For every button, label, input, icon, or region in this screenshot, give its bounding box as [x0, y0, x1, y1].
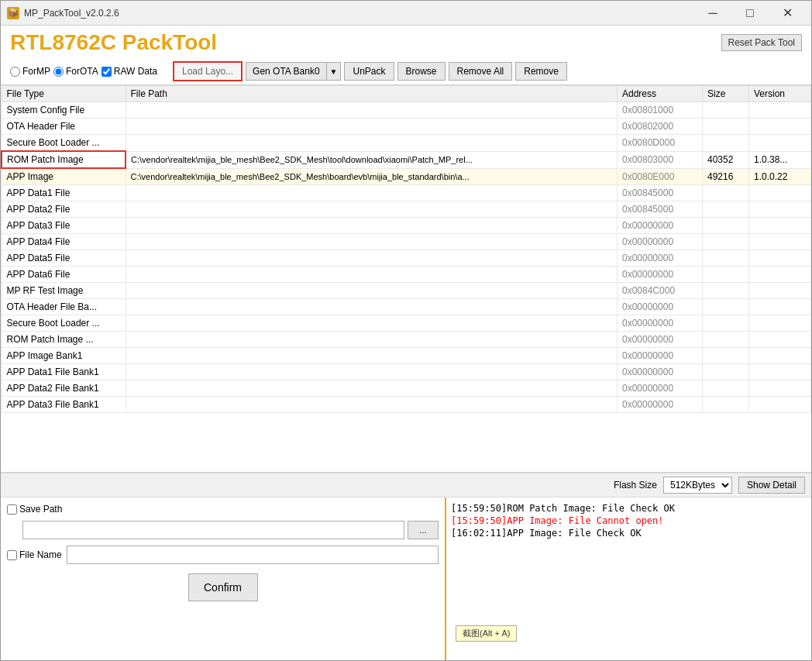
cell-address: 0x00000000: [618, 218, 703, 234]
title-bar-left: 📦 MP_PackTool_v2.0.2.6: [7, 7, 119, 19]
right-panel: [15:59:50]ROM Patch Image: File Check OK…: [446, 497, 811, 660]
cell-file-type: APP Data1 File: [2, 185, 126, 201]
table-row[interactable]: MP RF Test Image0x0084C000: [2, 283, 811, 299]
save-path-input-row: ...: [7, 521, 439, 539]
app-icon: 📦: [7, 7, 19, 19]
save-path-checkbox[interactable]: [7, 504, 17, 515]
gen-ota-dropdown[interactable]: ▼: [326, 62, 342, 81]
table-row[interactable]: Secure Boot Loader ...0x00000000: [2, 315, 811, 332]
cell-file-path: [126, 397, 618, 413]
file-table-container[interactable]: File Type File Path Address Size Version…: [1, 85, 811, 473]
cell-size: 49216: [703, 168, 749, 185]
raw-data-checkbox-label[interactable]: RAW Data: [102, 66, 157, 77]
table-row[interactable]: APP Data4 File0x00000000: [2, 234, 811, 250]
cell-version: [749, 102, 811, 119]
cell-version: [749, 119, 811, 135]
table-row[interactable]: System Config File0x00801000: [2, 102, 811, 119]
table-row[interactable]: APP Data2 File Bank10x00000000: [2, 380, 811, 397]
gen-ota-group: Gen OTA Bank0 ▼: [246, 62, 341, 81]
cell-file-path: [126, 348, 618, 364]
window-title: MP_PackTool_v2.0.2.6: [24, 8, 119, 19]
close-button[interactable]: ✕: [769, 2, 805, 24]
save-path-input[interactable]: [22, 521, 404, 539]
table-row[interactable]: ROM Patch Image ...0x00000000: [2, 332, 811, 348]
table-row[interactable]: Secure Boot Loader ...0x0080D000: [2, 135, 811, 152]
table-row[interactable]: ROM Patch ImageC:\vendor\realtek\mijia_b…: [2, 151, 811, 168]
table-row[interactable]: APP Data1 File0x00845000: [2, 185, 811, 201]
cell-address: 0x00000000: [618, 397, 703, 413]
file-name-input[interactable]: [67, 546, 439, 564]
cell-version: [749, 397, 811, 413]
col-header-address: Address: [618, 86, 703, 102]
table-row[interactable]: OTA Header File0x00802000: [2, 119, 811, 135]
title-bar: 📦 MP_PackTool_v2.0.2.6 ─ □ ✕: [1, 1, 811, 26]
for-mp-radio[interactable]: [10, 67, 20, 77]
cell-file-path: C:\vendor\realtek\mijia_ble_mesh\Bee2_SD…: [126, 151, 618, 168]
cell-version: [749, 315, 811, 332]
cell-version: [749, 218, 811, 234]
table-row[interactable]: APP Data3 File Bank10x00000000: [2, 397, 811, 413]
cell-file-path: [126, 364, 618, 380]
cell-address: 0x00000000: [618, 250, 703, 267]
cell-file-path: [126, 185, 618, 201]
file-name-checkbox[interactable]: [7, 550, 17, 560]
for-ota-radio[interactable]: [53, 67, 64, 77]
show-detail-button[interactable]: Show Detail: [738, 477, 805, 494]
cell-file-type: APP Data1 File Bank1: [2, 364, 126, 380]
cell-address: 0x00845000: [618, 201, 703, 218]
table-row[interactable]: APP Data3 File0x00000000: [2, 218, 811, 234]
cell-size: [703, 250, 749, 267]
cell-address: 0x0080D000: [618, 135, 703, 152]
cell-version: 1.0.0.22: [749, 168, 811, 185]
cell-size: [703, 135, 749, 152]
flash-size-select[interactable]: 512KBytes: [663, 477, 732, 494]
cell-file-path: [126, 315, 618, 332]
col-header-version: Version: [749, 86, 811, 102]
remove-all-button[interactable]: Remove All: [449, 62, 513, 81]
cell-address: 0x00801000: [618, 102, 703, 119]
load-layout-button[interactable]: Load Layo...: [173, 61, 243, 81]
minimize-button[interactable]: ─: [695, 2, 731, 24]
cell-file-path: [126, 267, 618, 283]
browse-button[interactable]: Browse: [397, 62, 446, 81]
confirm-button[interactable]: Confirm: [188, 573, 258, 601]
reset-pack-button[interactable]: Reset Pack Tool: [721, 34, 803, 51]
cell-version: 1.0.38...: [749, 151, 811, 168]
unpack-button[interactable]: UnPack: [344, 62, 394, 81]
table-row[interactable]: APP Data5 File0x00000000: [2, 250, 811, 267]
cell-file-type: APP Data2 File: [2, 201, 126, 218]
cell-size: [703, 119, 749, 135]
table-row[interactable]: OTA Header File Ba...0x00000000: [2, 299, 811, 315]
cell-address: 0x0080E000: [618, 168, 703, 185]
table-row[interactable]: APP ImageC:\vendor\realtek\mijia_ble_mes…: [2, 168, 811, 185]
cell-size: [703, 299, 749, 315]
gen-ota-button[interactable]: Gen OTA Bank0: [246, 62, 326, 81]
table-row[interactable]: APP Data6 File0x00000000: [2, 267, 811, 283]
for-ota-radio-label[interactable]: ForOTA: [53, 66, 98, 77]
cell-version: [749, 234, 811, 250]
table-row[interactable]: APP Data2 File0x00845000: [2, 201, 811, 218]
cell-address: 0x00845000: [618, 185, 703, 201]
table-row[interactable]: APP Image Bank10x00000000: [2, 348, 811, 364]
cell-file-type: MP RF Test Image: [2, 283, 126, 299]
raw-data-checkbox[interactable]: [102, 67, 112, 77]
maximize-button[interactable]: □: [732, 2, 768, 24]
cell-size: [703, 315, 749, 332]
cell-size: [703, 201, 749, 218]
cell-size: [703, 234, 749, 250]
file-name-checkbox-label[interactable]: File Name: [7, 549, 62, 560]
cell-version: [749, 250, 811, 267]
cell-file-type: APP Data3 File: [2, 218, 126, 234]
browse-small-button[interactable]: ...: [408, 521, 439, 539]
cell-file-path: [126, 380, 618, 397]
cell-version: [749, 380, 811, 397]
cell-address: 0x0084C000: [618, 283, 703, 299]
save-path-checkbox-label[interactable]: Save Path: [7, 504, 62, 515]
table-row[interactable]: APP Data1 File Bank10x00000000: [2, 364, 811, 380]
cell-size: [703, 397, 749, 413]
screenshot-tooltip: 截图(Alt + A): [456, 625, 517, 642]
cell-address: 0x00000000: [618, 348, 703, 364]
remove-button[interactable]: Remove: [515, 62, 567, 81]
for-mp-radio-label[interactable]: ForMP: [10, 66, 50, 77]
cell-address: 0x00000000: [618, 364, 703, 380]
